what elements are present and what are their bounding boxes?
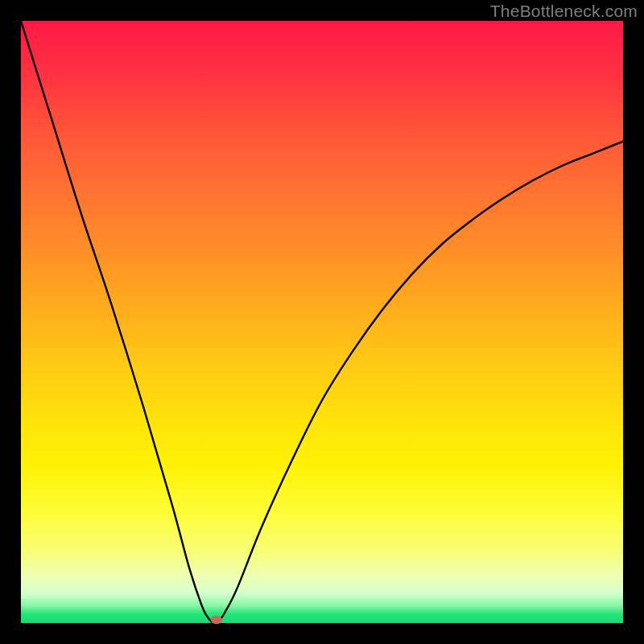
plot-area <box>21 21 623 623</box>
optimal-point-marker <box>211 616 222 624</box>
watermark-text: TheBottleneck.com <box>490 2 638 21</box>
bottleneck-curve <box>21 21 623 623</box>
chart-frame: TheBottleneck.com <box>0 0 644 644</box>
